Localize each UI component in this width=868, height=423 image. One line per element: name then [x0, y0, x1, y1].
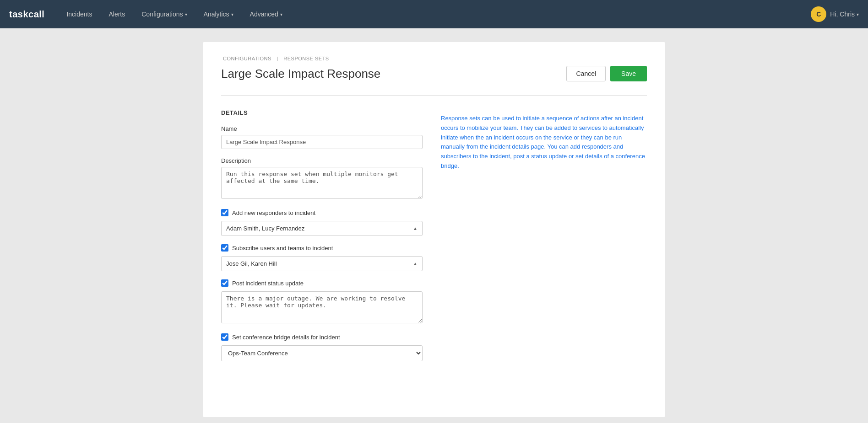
- name-label: Name: [221, 125, 423, 132]
- avatar: C: [811, 6, 826, 22]
- save-button[interactable]: Save: [610, 66, 647, 81]
- status-checkbox-row: Post incident status update: [221, 279, 423, 287]
- header-row: Large Scale Impact Response Cancel Save: [221, 66, 647, 81]
- section-heading: DETAILS: [221, 109, 423, 116]
- nav-item-advanced[interactable]: Advanced ▾: [242, 0, 291, 28]
- status-textarea[interactable]: [221, 291, 423, 323]
- page-title: Large Scale Impact Response: [221, 67, 380, 81]
- form-column: DETAILS Name Description Add new respond…: [221, 109, 423, 369]
- section-divider: [221, 95, 647, 96]
- chevron-down-icon: ▾: [185, 12, 187, 17]
- status-checkbox-label: Post incident status update: [232, 280, 304, 287]
- main-wrapper: CONFIGURATIONS | RESPONSE SETS Large Sca…: [0, 28, 868, 423]
- nav-item-alerts[interactable]: Alerts: [100, 0, 133, 28]
- nav-item-analytics[interactable]: Analytics ▾: [195, 0, 242, 28]
- content-card: CONFIGURATIONS | RESPONSE SETS Large Sca…: [203, 42, 665, 417]
- chevron-down-icon: ▾: [857, 12, 859, 17]
- subscribers-checkbox-row: Subscribe users and teams to incident: [221, 244, 423, 252]
- info-text: Response sets can be used to initiate a …: [441, 114, 647, 171]
- nav-right: C Hi, Chris ▾: [811, 6, 859, 22]
- conference-select[interactable]: Ops-Team Conference Dev-Team Conference …: [221, 345, 423, 361]
- responders-checkbox-label: Add new responders to incident: [232, 209, 315, 216]
- responders-checkbox[interactable]: [221, 209, 228, 216]
- chevron-down-icon: ▾: [280, 12, 282, 17]
- breadcrumb: CONFIGURATIONS | RESPONSE SETS: [221, 56, 647, 61]
- conference-checkbox-label: Set conference bridge details for incide…: [232, 334, 340, 341]
- name-field-group: Name: [221, 125, 423, 149]
- chevron-up-icon: ▲: [413, 261, 418, 266]
- nav-items: Incidents Alerts Configurations ▾ Analyt…: [58, 0, 811, 28]
- user-menu[interactable]: Hi, Chris ▾: [830, 11, 859, 18]
- header-actions: Cancel Save: [566, 66, 647, 81]
- name-input[interactable]: [221, 135, 423, 149]
- subscribers-checkbox-label: Subscribe users and teams to incident: [232, 245, 333, 252]
- chevron-down-icon: ▾: [231, 12, 233, 17]
- nav-item-incidents[interactable]: Incidents: [58, 0, 100, 28]
- navbar: taskcall Incidents Alerts Configurations…: [0, 0, 868, 28]
- description-textarea[interactable]: [221, 167, 423, 199]
- subscribers-dropdown[interactable]: Jose Gil, Karen Hill ▲: [221, 256, 423, 271]
- description-field-group: Description: [221, 157, 423, 201]
- subscribers-checkbox[interactable]: [221, 244, 228, 252]
- conference-checkbox[interactable]: [221, 333, 228, 341]
- responders-checkbox-row: Add new responders to incident: [221, 209, 423, 216]
- nav-item-configurations[interactable]: Configurations ▾: [133, 0, 195, 28]
- chevron-up-icon: ▲: [413, 226, 418, 231]
- responders-dropdown[interactable]: Adam Smith, Lucy Fernandez ▲: [221, 221, 423, 236]
- status-checkbox[interactable]: [221, 279, 228, 287]
- two-col-layout: DETAILS Name Description Add new respond…: [221, 109, 647, 369]
- conference-checkbox-row: Set conference bridge details for incide…: [221, 333, 423, 341]
- brand-logo[interactable]: taskcall: [9, 9, 44, 20]
- description-label: Description: [221, 157, 423, 164]
- info-column: Response sets can be used to initiate a …: [441, 109, 647, 369]
- cancel-button[interactable]: Cancel: [566, 66, 606, 81]
